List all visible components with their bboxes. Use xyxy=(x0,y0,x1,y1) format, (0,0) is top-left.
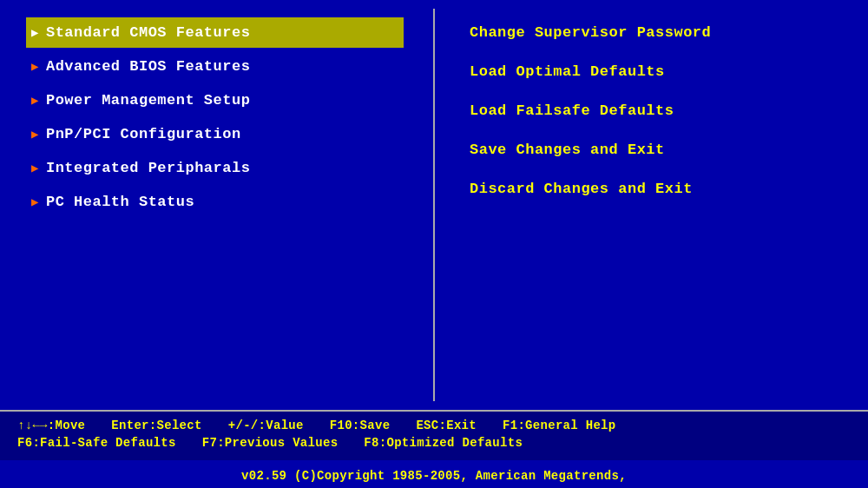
left-menu-item-2[interactable]: ▶Power Management Setup xyxy=(26,85,404,115)
left-menu-label-4: Integrated Peripharals xyxy=(46,160,250,176)
right-menu-item-2[interactable]: Load Failsafe Defaults xyxy=(464,96,842,126)
right-menu-item-0[interactable]: Change Supervisor Password xyxy=(464,17,842,48)
left-menu-item-5[interactable]: ▶PC Health Status xyxy=(26,187,404,217)
footer-key2-0: F6:Fail-Safe Defaults xyxy=(17,436,176,450)
left-menu-label-0: Standard CMOS Features xyxy=(46,24,250,41)
arrow-icon-3: ▶ xyxy=(31,127,39,142)
right-menu-item-3[interactable]: Save Changes and Exit xyxy=(464,135,842,165)
left-menu-item-4[interactable]: ▶Integrated Peripharals xyxy=(26,153,404,183)
footer-key-0: ↑↓←→:Move xyxy=(17,419,85,432)
footer-row-1: ↑↓←→:MoveEnter:Select+/-/:ValueF10:SaveE… xyxy=(17,419,851,432)
right-menu-label-1: Load Optimal Defaults xyxy=(470,63,665,80)
right-menu-item-1[interactable]: Load Optimal Defaults xyxy=(464,56,842,87)
footer-row-2: F6:Fail-Safe DefaultsF7:Previous ValuesF… xyxy=(17,436,851,450)
left-menu-label-3: PnP/PCI Configuration xyxy=(46,126,241,142)
arrow-icon-5: ▶ xyxy=(31,195,39,209)
left-menu-label-2: Power Management Setup xyxy=(46,92,250,109)
main-content: ▶Standard CMOS Features▶Advanced BIOS Fe… xyxy=(0,0,868,410)
footer-key-1: Enter:Select xyxy=(111,419,201,432)
arrow-icon-1: ▶ xyxy=(31,59,39,74)
copyright: v02.59 (C)Copyright 1985-2005, American … xyxy=(0,460,868,488)
footer: ↑↓←→:MoveEnter:Select+/-/:ValueF10:SaveE… xyxy=(0,410,868,460)
left-column: ▶Standard CMOS Features▶Advanced BIOS Fe… xyxy=(0,9,430,401)
left-menu-item-3[interactable]: ▶PnP/PCI Configuration xyxy=(26,119,404,149)
footer-key-3: F10:Save xyxy=(330,419,391,432)
footer-key-4: ESC:Exit xyxy=(416,419,477,432)
left-menu-item-0[interactable]: ▶Standard CMOS Features xyxy=(26,17,404,48)
footer-key2-2: F8:Optimized Defaults xyxy=(364,436,523,450)
right-menu-label-2: Load Failsafe Defaults xyxy=(470,102,674,119)
right-menu-label-4: Discard Changes and Exit xyxy=(470,181,693,197)
right-menu-label-3: Save Changes and Exit xyxy=(470,142,665,158)
left-menu-label-5: PC Health Status xyxy=(46,194,194,210)
column-divider xyxy=(433,9,435,401)
right-column: Change Supervisor PasswordLoad Optimal D… xyxy=(438,9,868,401)
footer-key-2: +/-/:Value xyxy=(228,419,304,432)
left-menu-label-1: Advanced BIOS Features xyxy=(46,58,250,75)
arrow-icon-2: ▶ xyxy=(31,93,39,108)
left-menu-item-1[interactable]: ▶Advanced BIOS Features xyxy=(26,51,404,82)
arrow-icon-0: ▶ xyxy=(31,25,39,40)
footer-key-5: F1:General Help xyxy=(503,419,616,432)
right-menu-label-0: Change Supervisor Password xyxy=(470,24,711,41)
right-menu-item-4[interactable]: Discard Changes and Exit xyxy=(464,174,842,204)
arrow-icon-4: ▶ xyxy=(31,161,39,175)
footer-key2-1: F7:Previous Values xyxy=(202,436,339,450)
